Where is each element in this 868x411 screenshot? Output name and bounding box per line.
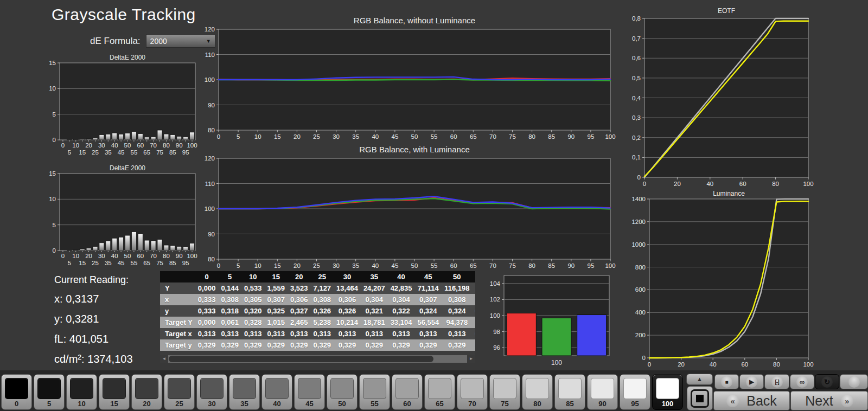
grayscale-swatch-55[interactable]: 55: [359, 374, 390, 410]
svg-text:65: 65: [470, 133, 477, 140]
table-cell: 0,329: [388, 339, 415, 351]
svg-text:60: 60: [450, 262, 457, 269]
svg-text:60: 60: [137, 142, 144, 149]
grayscale-swatch-65[interactable]: 65: [424, 374, 455, 410]
grayscale-swatch-10[interactable]: 10: [66, 374, 97, 410]
refresh-button[interactable]: ↻: [815, 374, 839, 389]
play-button[interactable]: ▶: [739, 374, 764, 389]
back-button[interactable]: « Back: [713, 391, 790, 410]
table-cell: 0,000: [195, 282, 219, 294]
grayscale-swatch-100[interactable]: 100: [652, 374, 683, 410]
svg-text:75: 75: [509, 133, 516, 140]
svg-text:98: 98: [493, 329, 500, 335]
row-label: x: [160, 294, 195, 305]
stop-measure-button[interactable]: [687, 386, 713, 410]
table-cell: 0,329: [288, 339, 311, 351]
grayscale-swatch-25[interactable]: 25: [164, 374, 195, 410]
grayscale-swatch-20[interactable]: 20: [131, 374, 162, 410]
svg-text:80: 80: [163, 142, 170, 149]
svg-text:100: 100: [187, 142, 197, 149]
svg-text:0: 0: [53, 137, 56, 143]
app-root: Grayscale Tracking dE Formula: 2000 ▼ Cu…: [0, 0, 868, 411]
swatch-label: 15: [99, 400, 129, 408]
rgb-levels-at-100-chart: 9698100102104100: [484, 271, 617, 374]
grayscale-swatch-75[interactable]: 75: [489, 374, 520, 410]
svg-text:20: 20: [293, 262, 301, 269]
grayscale-swatch-95[interactable]: 95: [620, 374, 650, 410]
table-cell: 0,306: [288, 294, 311, 305]
scroll-right-button[interactable]: ►: [467, 355, 475, 363]
svg-text:15: 15: [79, 260, 86, 266]
swatch-label: 60: [392, 400, 422, 408]
swatch-color: [330, 378, 354, 399]
swatch-color: [461, 378, 484, 399]
indicator-button[interactable]: [840, 374, 868, 389]
table-cell: 0,308: [442, 294, 472, 305]
swatch-label: 100: [653, 400, 682, 408]
svg-text:25: 25: [92, 260, 99, 266]
table-cell: 0,313: [241, 328, 265, 339]
continuous-measure-button[interactable]: ∞: [790, 374, 814, 389]
table-cell: 0,325: [264, 305, 288, 317]
table-cell: 13,464: [334, 282, 361, 294]
svg-text:60: 60: [450, 133, 457, 140]
grayscale-swatch-0[interactable]: 0: [1, 374, 32, 410]
swatch-color: [558, 378, 582, 399]
svg-text:5: 5: [53, 222, 56, 228]
grayscale-swatch-15[interactable]: 15: [99, 374, 130, 410]
grayscale-swatch-35[interactable]: 35: [229, 374, 260, 410]
next-button[interactable]: Next »: [790, 391, 868, 410]
swatch-color: [656, 378, 679, 399]
table-cell: 0,326: [311, 305, 334, 317]
grayscale-swatch-5[interactable]: 5: [34, 374, 65, 410]
grayscale-swatch-50[interactable]: 50: [327, 374, 358, 410]
chevron-up-icon: ▲: [697, 376, 703, 382]
row-label: y: [160, 305, 195, 317]
table-cell: 1,015: [264, 317, 288, 328]
grayscale-swatch-60[interactable]: 60: [392, 374, 423, 410]
table-cell: 0,329: [414, 339, 442, 351]
grayscale-swatch-45[interactable]: 45: [294, 374, 325, 410]
chevron-up-button[interactable]: ▲: [686, 374, 713, 385]
swatch-color: [233, 378, 256, 399]
svg-text:60: 60: [137, 253, 144, 259]
table-scrollbar[interactable]: ◄ ►: [160, 355, 475, 363]
svg-text:25: 25: [92, 149, 99, 156]
grayscale-swatch-85[interactable]: 85: [554, 374, 585, 410]
svg-text:0: 0: [637, 174, 641, 181]
grayscale-swatch-80[interactable]: 80: [522, 374, 553, 410]
grayscale-swatch-40[interactable]: 40: [261, 374, 292, 410]
stop-square-icon: [691, 389, 709, 408]
table-cell: 0,333: [195, 294, 219, 305]
svg-text:40: 40: [706, 181, 713, 187]
table-cell: 0,313: [414, 328, 442, 339]
stop-button[interactable]: ■: [714, 374, 739, 389]
rgb-balance-without-luminance-chart: RGB Balance, without Luminance8090100110…: [200, 14, 616, 144]
svg-text:70: 70: [489, 133, 496, 140]
table-cell: 0,313: [442, 328, 472, 339]
svg-text:10: 10: [254, 262, 261, 269]
scroll-left-button[interactable]: ◄: [160, 355, 168, 363]
table-cell: 0,304: [361, 294, 388, 305]
svg-text:55: 55: [131, 149, 138, 156]
scrollbar-thumb[interactable]: [169, 356, 433, 362]
table-cell: 24,207: [361, 282, 388, 294]
table-cell: 0,313: [472, 328, 475, 339]
swatch-label: 40: [262, 400, 292, 408]
svg-text:DeltaE 2000: DeltaE 2000: [110, 54, 145, 61]
series-measure-button[interactable]: [-]: [764, 374, 789, 389]
swatch-label: 25: [164, 400, 194, 408]
swatch-color: [200, 378, 224, 399]
svg-text:120: 120: [205, 26, 215, 33]
grayscale-swatch-30[interactable]: 30: [196, 374, 227, 410]
svg-text:15: 15: [274, 262, 281, 269]
svg-text:30: 30: [333, 133, 340, 140]
svg-text:55: 55: [131, 260, 138, 266]
play-icon: ▶: [749, 378, 754, 386]
grayscale-swatch-70[interactable]: 70: [457, 374, 488, 410]
swatch-label: 30: [197, 400, 227, 408]
grayscale-swatch-90[interactable]: 90: [587, 374, 618, 410]
swatch-label: 45: [295, 400, 324, 408]
table-cell: 0,313: [218, 328, 241, 339]
swatch-label: 70: [457, 400, 487, 408]
